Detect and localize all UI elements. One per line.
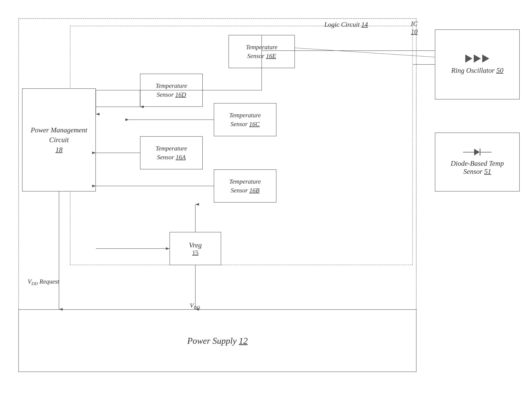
temp-sensor-16d-label: TemperatureSensor 16D [156,81,187,99]
vdd-label: VDD [190,302,200,310]
temp-sensor-16a-label: TemperatureSensor 16A [156,144,187,162]
diode-triangle [474,149,480,156]
diode-sensor-box: Diode-Based TempSensor 51 [435,133,520,192]
vreg-box: Vreg 15 [170,232,221,265]
temp-sensor-16b: TemperatureSensor 16B [214,169,276,203]
logic-circuit-label: Logic Circuit 14 [324,21,368,28]
temp-sensor-16e-label: TemperatureSensor 16E [246,43,277,60]
temp-sensor-16b-label: TemperatureSensor 16B [229,177,261,195]
vdd-request-label: VDD Request [28,278,59,286]
vreg-label: Vreg [189,241,202,249]
power-supply-box: Power Supply 12 [19,309,417,372]
temp-sensor-16a: TemperatureSensor 16A [140,136,203,169]
diode-symbol [463,149,491,156]
diode-line-left [463,152,474,152]
diode-line-right [480,152,491,152]
temp-sensor-16c: TemperatureSensor 16C [214,103,276,136]
ro-symbols [465,55,489,62]
triangle-3 [482,55,489,62]
diode-sensor-label: Diode-Based TempSensor 51 [451,159,504,175]
diagram-container: IC 10 Logic Circuit 14 Power ManagementC… [11,11,521,388]
power-management-box: Power ManagementCircuit18 [22,88,96,192]
pmc-label: Power ManagementCircuit18 [31,125,87,155]
ring-oscillator-box: Ring Oscillator 50 [435,30,520,100]
temp-sensor-16d: TemperatureSensor 16D [140,74,203,107]
triangle-2 [474,55,481,62]
vreg-number: 15 [192,249,198,256]
ring-oscillator-label: Ring Oscillator 50 [451,66,503,74]
triangle-1 [465,55,472,62]
temp-sensor-16e: TemperatureSensor 16E [228,35,295,68]
temp-sensor-16c-label: TemperatureSensor 16C [229,111,261,128]
power-supply-label: Power Supply 12 [187,336,248,346]
